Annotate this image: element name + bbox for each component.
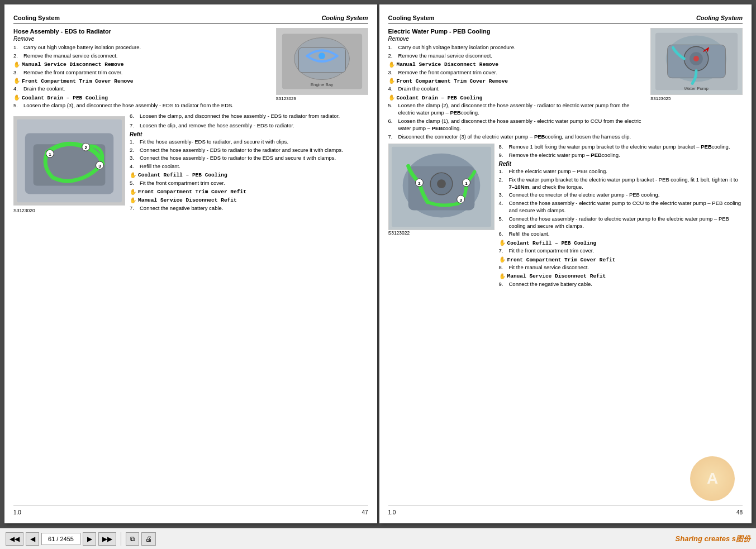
page-right-header-right: Cooling System: [696, 15, 743, 21]
left-top-image: Engine Bay: [276, 28, 368, 95]
crossref-coolant-refill: Coolant Refill – PEB Cooling: [130, 172, 368, 179]
step-item: 3. Connect the hose assembly - EDS to ra…: [130, 155, 368, 162]
left-main-img-caption: S3123020: [13, 208, 125, 213]
step-item: 5. Fit the front compartment trim cover.: [130, 180, 368, 187]
crossref-front-trim-refit: Front Compartment Trim Cover Refit: [130, 189, 368, 195]
step-item: 9. Connect the negative battery cable.: [499, 281, 743, 288]
copy-button[interactable]: ⧉: [126, 532, 139, 546]
right-section-title: Electric Water Pump - PEB Cooling: [388, 28, 646, 35]
right-top-img-svg: Water Pump: [651, 28, 742, 95]
crossref-front-trim-remove: Front Compartment Trim Cover Remove: [13, 78, 272, 84]
svg-point-4: [318, 52, 325, 59]
right-section-subtitle: Remove: [388, 36, 646, 42]
right-footer-version: 1.0: [388, 509, 396, 515]
step-item: 3. Connect the connector of the electric…: [499, 192, 743, 199]
refit-section-label: 7. Loosen the clip, and remove the hose …: [130, 122, 368, 130]
right-refit-label: Refit: [499, 161, 743, 167]
left-main-img-svg: 1 2 3: [14, 116, 125, 206]
prev-page-button[interactable]: ◀: [26, 532, 39, 546]
right-crossref-manual-refit: Manual Service Disconnect Refit: [499, 273, 743, 280]
step-item: 1. Carry out high voltage battery isolat…: [13, 44, 272, 51]
left-section-subtitle: Remove: [13, 36, 272, 42]
step-item: 7. Disconnect the connector (3) of the e…: [388, 133, 646, 141]
print-button[interactable]: 🖨: [141, 532, 156, 546]
crossref-manual-disconnect-remove: Manual Service Disconnect Remove: [13, 61, 272, 68]
step-item: 9. Remove the electric water pump – PEBc…: [499, 152, 743, 159]
step-item: 5. Loosen the clamp (2), and disconnect …: [388, 102, 646, 117]
svg-text:2: 2: [418, 181, 421, 186]
page-right-header: Cooling System Cooling System: [388, 15, 743, 23]
step-item: 8. Fit the manual service disconnect.: [499, 264, 743, 271]
svg-text:Water Pump: Water Pump: [684, 86, 709, 91]
step-item: 4. Drain the coolant.: [13, 85, 272, 93]
watermark: A: [690, 456, 735, 501]
svg-text:3: 3: [459, 198, 462, 203]
right-crossref-coolant-drain: Coolant Drain – PEB Cooling: [388, 94, 646, 101]
page-right-footer: 1.0 48: [388, 505, 743, 515]
step-item: 7. Fit the front compartment trim cover.: [499, 247, 743, 255]
step-item: 6. Loosen the clamp (1), and disconnect …: [388, 118, 646, 132]
right-crossref-coolant-refill: Coolant Refill – PEB Cooling: [499, 240, 743, 246]
step-item: 2. Remove the manual service disconnect.: [13, 52, 272, 60]
svg-text:1: 1: [465, 181, 468, 186]
crossref-coolant-drain: Coolant Drain – PEB Cooling: [13, 94, 272, 101]
page-left-header-left: Cooling System: [13, 15, 60, 21]
svg-text:2: 2: [84, 145, 87, 150]
step-item: 1. Fit the electric water pump – PEB coo…: [499, 168, 743, 175]
page-left-header-right: Cooling System: [321, 15, 368, 21]
svg-point-30: [437, 179, 446, 188]
step-item: 7. Loosen the clip, and remove the hose …: [130, 122, 368, 130]
svg-point-22: [693, 56, 699, 61]
step-item: 4. Connect the hose assembly - electric …: [499, 200, 743, 214]
left-top-img-caption: S3123029: [276, 96, 368, 101]
step-item: 6. Refill the coolant.: [499, 231, 743, 238]
page-right: Cooling System Cooling System Electric W…: [379, 4, 752, 523]
page-right-header-left: Cooling System: [388, 15, 435, 21]
step-item: 7. Connect the negative battery cable.: [130, 205, 368, 212]
left-footer-page: 47: [362, 509, 368, 515]
right-footer-page: 48: [736, 509, 743, 515]
left-refit-label: Refit: [130, 131, 368, 137]
right-top-img-caption: S3123025: [650, 96, 743, 101]
last-page-button[interactable]: ▶▶: [98, 532, 116, 546]
first-page-button[interactable]: ◀◀: [6, 532, 23, 546]
right-crossref-manual-remove: Manual Service Disconnect Remove: [388, 61, 646, 68]
step-item: 4. Drain the coolant.: [388, 85, 646, 93]
step-item: 2. Connect the hose assembly - EDS to ra…: [130, 147, 368, 154]
right-main-image: 1 2 3: [388, 144, 495, 230]
svg-text:1: 1: [49, 152, 51, 157]
left-footer-version: 1.0: [13, 509, 21, 515]
right-crossref-front-trim-remove: Front Compartment Trim Cover Remove: [388, 78, 646, 84]
step-item: 5. Connect the hose assembly - radiator …: [499, 216, 743, 230]
step-item: 3. Remove the front compartment trim cov…: [388, 69, 646, 77]
pages-area: Cooling System Cooling System Hose Assem…: [0, 0, 756, 528]
right-crossref-front-trim-refit: Front Compartment Trim Cover Refit: [499, 256, 743, 263]
right-main-img-caption: S3123022: [388, 230, 495, 236]
svg-text:3: 3: [98, 164, 101, 169]
left-top-img-svg: Engine Bay: [277, 28, 368, 95]
next-page-button[interactable]: ▶: [83, 532, 96, 546]
step-item: 8. Remove 1 bolt fixing the water pump b…: [499, 144, 743, 151]
toolbar: ◀◀ ◀ ▶ ▶▶ ⧉ 🖨 Sharing creates s图份: [0, 528, 756, 549]
step-item: 6. Loosen the clamp, and disconnect the …: [130, 113, 368, 120]
page-number-input[interactable]: [41, 533, 80, 545]
left-main-image: 1 2 3: [13, 116, 125, 206]
left-section-title: Hose Assembly - EDS to Radiator: [13, 28, 272, 35]
step-item: 4. Refill the coolant.: [130, 163, 368, 170]
step-item: 1. Carry out high voltage battery isolat…: [388, 44, 646, 51]
page-left-header: Cooling System Cooling System: [13, 15, 368, 23]
right-top-image: Water Pump: [650, 28, 743, 95]
toolbar-separator: [121, 532, 121, 546]
viewer-container: Cooling System Cooling System Hose Assem…: [0, 0, 756, 549]
crossref-manual-disconnect-refit: Manual Service Disconnect Refit: [130, 197, 368, 204]
page-left: Cooling System Cooling System Hose Assem…: [4, 4, 377, 523]
step-item: 1. Fit the hose assembly- EDS to radiato…: [130, 139, 368, 146]
step-item: 2. Fix the water pump bracket to the ele…: [499, 176, 743, 191]
svg-text:Engine Bay: Engine Bay: [310, 82, 332, 87]
step-item: 3. Remove the front compartment trim cov…: [13, 69, 272, 77]
right-main-img-svg: 1 2 3: [389, 144, 494, 230]
page-left-footer: 1.0 47: [13, 505, 368, 515]
step-item: 5. Loosen the clamp (3), and disconnect …: [13, 102, 272, 109]
sharing-text: Sharing creates s图份: [676, 534, 750, 544]
step-item: 2. Remove the manual service disconnect.: [388, 52, 646, 60]
